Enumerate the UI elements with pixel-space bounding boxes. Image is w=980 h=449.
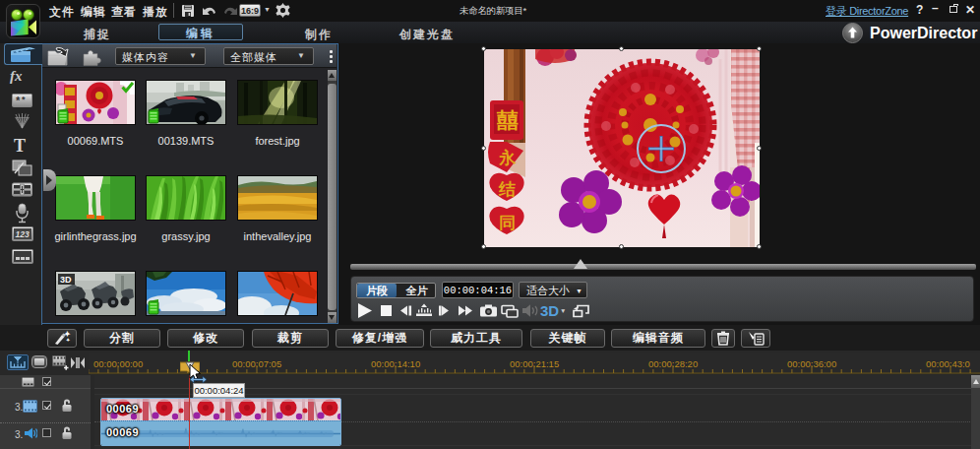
svg-text:*: * (16, 95, 21, 106)
svg-text:囍: 囍 (496, 108, 519, 133)
svg-text:同: 同 (499, 214, 516, 232)
svg-text:123: 123 (16, 229, 30, 239)
svg-text:3D: 3D (540, 302, 559, 319)
svg-text:*: * (22, 95, 26, 104)
svg-text:▼: ▼ (560, 307, 566, 314)
svg-text:永: 永 (497, 147, 517, 167)
svg-text:3D: 3D (60, 275, 72, 285)
svg-text:结: 结 (498, 180, 516, 199)
svg-text:✦: ✦ (66, 337, 71, 343)
